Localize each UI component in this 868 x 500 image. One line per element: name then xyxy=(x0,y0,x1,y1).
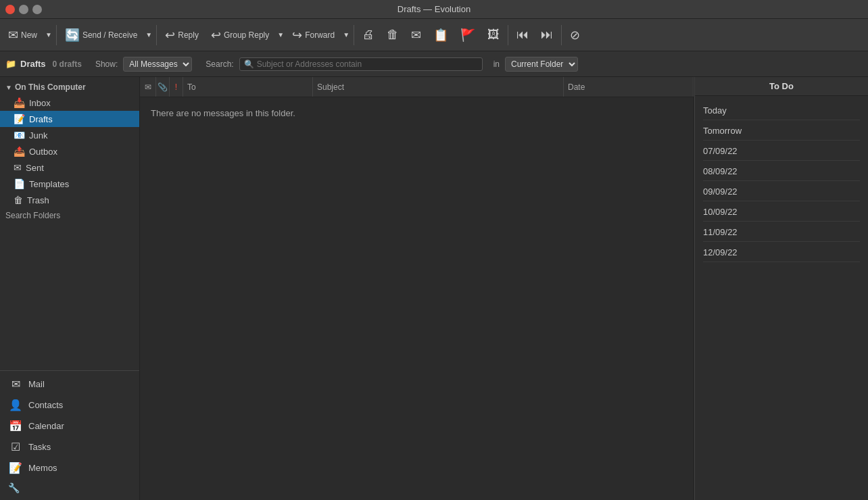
group-reply-label: Group Reply xyxy=(224,30,269,40)
sidebar-item-trash[interactable]: 🗑 Trash xyxy=(0,192,139,208)
delete-icon: 🗑 xyxy=(387,28,399,42)
minimize-button[interactable] xyxy=(19,5,28,14)
col-date[interactable]: Date xyxy=(564,77,694,97)
contacts-nav-icon: 👤 xyxy=(8,399,23,411)
todo-item-5[interactable]: 12/09/22 xyxy=(703,243,860,262)
section-arrow-icon: ▼ xyxy=(5,84,12,91)
titlebar: Drafts — Evolution xyxy=(0,0,868,19)
maximize-button[interactable] xyxy=(32,5,42,14)
window-controls xyxy=(5,5,42,14)
col-subject[interactable]: Subject xyxy=(313,77,564,97)
sidebar-item-templates[interactable]: 📄 Templates xyxy=(0,176,139,192)
sidebar-item-drafts[interactable]: 📝 Drafts xyxy=(0,111,139,127)
sidebar-item-sent[interactable]: ✉ Sent xyxy=(0,159,139,176)
mail-nav-icon: ✉ xyxy=(8,378,23,391)
close-button[interactable] xyxy=(5,5,15,14)
settings-button[interactable]: 🔧 xyxy=(0,478,139,497)
nav-btn-calendar[interactable]: 📅 Calendar xyxy=(0,416,139,436)
toolbar: ✉ New ▼ 🔄 Send / Receive ▼ ↩ Reply ↩ Gro… xyxy=(0,19,868,51)
todo-item-0[interactable]: 07/09/22 xyxy=(703,142,860,161)
search-scope-select[interactable]: Current Folder xyxy=(505,57,578,72)
stop-icon: ⊘ xyxy=(570,28,580,43)
todo-item-3[interactable]: 10/09/22 xyxy=(703,203,860,222)
todo-item-1[interactable]: 08/09/22 xyxy=(703,162,860,181)
stop-button[interactable]: ⊘ xyxy=(564,22,585,48)
empty-message: There are no messages in this folder. xyxy=(151,108,295,118)
sidebar-nav: ▼ On This Computer 📥 Inbox 📝 Drafts 📧 Ju… xyxy=(0,77,139,370)
new-dropdown[interactable]: ▼ xyxy=(44,22,53,48)
sidebar-item-junk[interactable]: 📧 Junk xyxy=(0,127,139,143)
todo-item-4[interactable]: 11/09/22 xyxy=(703,223,860,242)
next-icon: ⏭ xyxy=(541,28,553,42)
delete-button[interactable]: 🗑 xyxy=(381,22,404,48)
prev-button[interactable]: ⏮ xyxy=(511,22,534,48)
sidebar-item-junk-label: Junk xyxy=(29,130,47,141)
search-input-wrap: 🔍 xyxy=(239,57,483,71)
new-button[interactable]: ✉ New xyxy=(3,22,43,48)
nav-btn-tasks-label: Tasks xyxy=(28,442,51,452)
separator-1 xyxy=(56,25,57,45)
search-folders-label: Search Folders xyxy=(5,211,60,220)
todo-item-tomorrow[interactable]: Tomorrow xyxy=(703,122,860,141)
prev-icon: ⏮ xyxy=(516,28,529,42)
nav-btn-calendar-label: Calendar xyxy=(28,421,64,431)
templates-icon: 📄 xyxy=(14,178,25,189)
move-button[interactable]: ✉ xyxy=(406,22,427,48)
sidebar-item-inbox[interactable]: 📥 Inbox xyxy=(0,95,139,111)
calendar-nav-icon: 📅 xyxy=(8,420,23,432)
flag-button[interactable]: 🚩 xyxy=(455,22,481,48)
nav-btn-contacts[interactable]: 👤 Contacts xyxy=(0,395,139,416)
todo-list: Today Tomorrow 07/09/22 08/09/22 09/09/2… xyxy=(695,96,868,268)
outbox-icon: 📤 xyxy=(14,146,25,157)
sidebar: ▼ On This Computer 📥 Inbox 📝 Drafts 📧 Ju… xyxy=(0,77,140,500)
nav-btn-memos[interactable]: 📝 Memos xyxy=(0,457,139,478)
col-status: ✉ xyxy=(140,77,156,97)
nav-btn-tasks[interactable]: ☑ Tasks xyxy=(0,436,139,457)
col-to[interactable]: To xyxy=(183,77,313,97)
copy-button[interactable]: 📋 xyxy=(428,22,454,48)
memos-nav-icon: 📝 xyxy=(8,461,23,474)
trash-icon: 🗑 xyxy=(14,195,23,205)
search-in-label: in xyxy=(493,59,500,69)
show-select[interactable]: All Messages xyxy=(123,57,192,72)
message-area: ✉ 📎 ! To Subject Date There are no messa… xyxy=(140,77,694,500)
sidebar-item-drafts-label: Drafts xyxy=(29,114,53,124)
todo-item-2[interactable]: 09/09/22 xyxy=(703,182,860,201)
group-reply-dropdown[interactable]: ▼ xyxy=(276,22,285,48)
sidebar-item-outbox[interactable]: 📤 Outbox xyxy=(0,143,139,159)
nav-btn-memos-label: Memos xyxy=(28,463,57,473)
photo-icon: 🖼 xyxy=(487,28,500,42)
group-reply-icon: ↩ xyxy=(211,28,221,43)
sidebar-section-header[interactable]: ▼ On This Computer xyxy=(0,80,139,95)
col-priority: ! xyxy=(170,77,183,97)
reply-button[interactable]: ↩ Reply xyxy=(160,22,204,48)
new-icon: ✉ xyxy=(8,28,18,43)
tasks-nav-icon: ☑ xyxy=(8,441,23,453)
section-label: On This Computer xyxy=(15,82,86,92)
searchbar: 📁 Drafts 0 drafts Show: All Messages Sea… xyxy=(0,51,868,77)
col-attach: 📎 xyxy=(156,77,170,97)
message-empty: There are no messages in this folder. xyxy=(140,97,694,500)
todo-header: To Do xyxy=(695,77,868,96)
folder-name: Drafts xyxy=(20,59,46,69)
group-reply-button[interactable]: ↩ Group Reply xyxy=(206,22,274,48)
show-label: Show: xyxy=(95,59,118,69)
todo-item-today[interactable]: Today xyxy=(703,101,860,120)
print-button[interactable]: 🖨 xyxy=(357,22,380,48)
send-receive-button[interactable]: 🔄 Send / Receive xyxy=(59,22,143,48)
junk-icon: 📧 xyxy=(14,130,25,141)
sidebar-item-outbox-label: Outbox xyxy=(29,147,57,157)
separator-3 xyxy=(354,25,354,45)
search-input[interactable] xyxy=(257,59,478,69)
nav-btn-mail[interactable]: ✉ Mail xyxy=(0,374,139,395)
sidebar-search-folders[interactable]: Search Folders xyxy=(0,208,139,223)
send-receive-dropdown[interactable]: ▼ xyxy=(144,22,153,48)
separator-4 xyxy=(508,25,508,45)
message-list-header: ✉ 📎 ! To Subject Date xyxy=(140,77,694,97)
sidebar-item-trash-label: Trash xyxy=(27,195,49,205)
forward-button[interactable]: ↪ Forward xyxy=(287,22,340,48)
forward-dropdown[interactable]: ▼ xyxy=(341,22,351,48)
search-icon: 🔍 xyxy=(244,59,254,69)
next-button[interactable]: ⏭ xyxy=(535,22,558,48)
photo-button[interactable]: 🖼 xyxy=(482,22,505,48)
